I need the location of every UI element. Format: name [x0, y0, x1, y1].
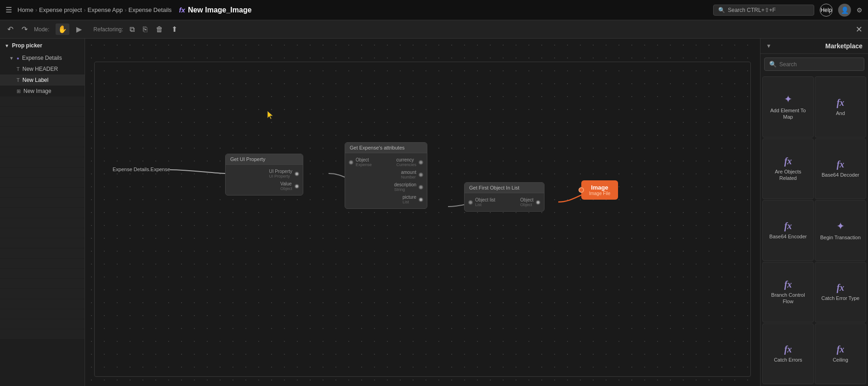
- catch-error-type-icon: fx: [837, 282, 845, 293]
- breadcrumb-details[interactable]: Expense Details: [129, 6, 172, 13]
- svg-marker-0: [267, 111, 273, 119]
- node-get-expense-body: Object Expense currency Currencies: [345, 153, 427, 208]
- image-icon: ⊞: [17, 88, 21, 94]
- help-button[interactable]: Help: [820, 4, 833, 17]
- avatar[interactable]: 👤: [838, 4, 851, 17]
- sidebar-new-image-label: New Image: [23, 88, 51, 94]
- port-row-picture: picture List: [345, 193, 427, 206]
- port-dot-object-list[interactable]: [468, 200, 473, 205]
- page-title: fx New Image_Image: [179, 6, 252, 14]
- marketplace-label-branch-control-flow: Branch Control Flow: [766, 292, 811, 305]
- port-label-description: description: [394, 182, 416, 187]
- base64-encoder-icon: fx: [784, 221, 792, 231]
- text-icon-label: T: [17, 77, 20, 83]
- marketplace-item-catch-errors[interactable]: fx Catch Errors: [762, 323, 814, 384]
- port-dot-object-out[interactable]: [536, 200, 540, 205]
- canvas-area[interactable]: Expense Details.Expense Get UI Property …: [85, 39, 760, 386]
- breadcrumb-home[interactable]: Home: [17, 6, 34, 13]
- close-panel-button[interactable]: ✕: [856, 24, 862, 35]
- begin-transaction-icon: ✦: [836, 220, 845, 232]
- marketplace-item-and[interactable]: fx And: [815, 76, 866, 138]
- chevron-down-icon[interactable]: ▼: [5, 43, 9, 48]
- catch-errors-icon: fx: [784, 344, 792, 355]
- sidebar-item-new-label[interactable]: T New Label: [0, 75, 85, 86]
- paste-button[interactable]: ⎘: [141, 23, 149, 35]
- sidebar-title: Prop picker: [12, 42, 42, 49]
- marketplace-label-and: And: [836, 110, 845, 116]
- marketplace-label-catch-errors: Catch Errors: [774, 357, 802, 363]
- ceiling-icon: fx: [837, 344, 845, 355]
- undo-button[interactable]: ↶: [6, 23, 15, 35]
- port-dot-picture[interactable]: [419, 197, 423, 202]
- right-sidebar: ▼ Marketplace 🔍 ✦ Add Element To Map fx …: [760, 39, 868, 386]
- marketplace-item-begin-transaction[interactable]: ✦ Begin Transaction: [815, 200, 866, 261]
- redo-button[interactable]: ↷: [20, 23, 29, 35]
- marketplace-label-catch-error-type: Catch Error Type: [822, 295, 860, 301]
- port-dot-amount[interactable]: [419, 173, 423, 177]
- port-sublabel-currency: Currencies: [396, 162, 416, 167]
- top-right-controls: 🔍 Search CTRL+⇧+F Help 👤 ⚙: [713, 4, 862, 17]
- top-nav: ☰ Home › Expense project › Expense App ›…: [0, 0, 868, 20]
- delete-button[interactable]: 🗑: [154, 23, 165, 35]
- marketplace-label-base64-decoder: Base64 Decoder: [822, 172, 859, 178]
- port-dot-ui-property[interactable]: [295, 172, 299, 176]
- sidebar-item-expense-details[interactable]: ▼ ● Expense Details: [0, 52, 85, 63]
- sidebar-item-new-image[interactable]: ⊞ New Image: [0, 86, 85, 97]
- marketplace-item-branch-control-flow[interactable]: fx Branch Control Flow: [762, 262, 814, 323]
- menu-icon[interactable]: ☰: [6, 6, 12, 14]
- node-get-expense-attributes[interactable]: Get Expense's attributes Object Expense: [345, 142, 427, 209]
- port-dot-value[interactable]: [295, 184, 299, 189]
- refactoring-label: Refactoring:: [93, 26, 123, 33]
- marketplace-item-base64-decoder[interactable]: fx Base64 Decoder: [815, 138, 866, 199]
- breadcrumb-project[interactable]: Expense project: [39, 6, 82, 13]
- port-dot-currency[interactable]: [419, 160, 423, 165]
- port-row-value: Value Object: [226, 180, 303, 192]
- marketplace-title: Marketplace: [825, 42, 862, 50]
- search-icon-marketplace: 🔍: [769, 61, 777, 68]
- toolbar: ↶ ↷ Mode: ✋ ▶ Refactoring: ⧉ ⎘ 🗑 ⬆ ✕: [0, 20, 868, 39]
- marketplace-grid: ✦ Add Element To Map fx And fx Are Objec…: [760, 75, 868, 386]
- main-layout: ▼ Prop picker ▼ ● Expense Details T New …: [0, 39, 868, 386]
- copy-button[interactable]: ⧉: [128, 23, 136, 35]
- port-sublabel-object-list: List: [475, 202, 495, 207]
- port-sublabel-description: String: [394, 187, 416, 192]
- port-dot-image-in[interactable]: [579, 187, 584, 193]
- port-row-description: description String: [345, 181, 427, 193]
- port-sublabel-value: Object: [280, 186, 292, 191]
- export-button[interactable]: ⬆: [170, 23, 179, 35]
- marketplace-item-base64-encoder[interactable]: fx Base64 Encoder: [762, 200, 814, 261]
- marketplace-label-add-element-to-map: Add Element To Map: [766, 107, 811, 121]
- sidebar-header: ▼ Prop picker: [0, 39, 85, 52]
- chevron-down-icon-right[interactable]: ▼: [766, 43, 772, 49]
- search-placeholder-text: Search CTRL+⇧+F: [728, 7, 776, 13]
- node-get-first-object[interactable]: Get First Object In List Object list Lis…: [464, 182, 545, 212]
- node-get-ui-property-header: Get UI Property: [226, 154, 303, 165]
- text-icon: T: [17, 66, 20, 72]
- add-element-icon: ✦: [784, 93, 792, 105]
- marketplace-item-ceiling[interactable]: fx Ceiling: [815, 323, 866, 384]
- port-row-ui-property: UI Property UI Property: [226, 167, 303, 180]
- chevron-right-icon: ▼: [9, 56, 14, 61]
- sidebar-item-new-header[interactable]: T New HEADER: [0, 63, 85, 75]
- marketplace-item-add-element-to-map[interactable]: ✦ Add Element To Map: [762, 76, 814, 138]
- port-dot-description[interactable]: [419, 185, 423, 190]
- marketplace-search-input[interactable]: [779, 61, 859, 68]
- port-row-object-list: Object list List Object Object: [465, 196, 544, 208]
- breadcrumb-app[interactable]: Expense App: [88, 6, 123, 13]
- hand-mode-button[interactable]: ✋: [56, 23, 69, 35]
- global-search[interactable]: 🔍 Search CTRL+⇧+F: [713, 5, 814, 16]
- port-row-object-in: Object Expense currency Currencies: [345, 156, 427, 168]
- marketplace-item-catch-error-type[interactable]: fx Catch Error Type: [815, 262, 866, 323]
- marketplace-item-are-objects-related[interactable]: fx Are Objects Related: [762, 138, 814, 199]
- node-image[interactable]: Image Image File: [581, 180, 618, 200]
- marketplace-search[interactable]: 🔍: [764, 58, 864, 71]
- settings-icon[interactable]: ⚙: [857, 6, 862, 14]
- right-sidebar-header: ▼ Marketplace: [760, 39, 868, 54]
- arrow-mode-button[interactable]: ▶: [74, 23, 84, 35]
- port-dot-object-in[interactable]: [349, 160, 353, 165]
- breadcrumb: Home › Expense project › Expense App › E…: [17, 6, 172, 13]
- port-label-object-list: Object list: [475, 197, 495, 202]
- sidebar-expense-details-label: Expense Details: [22, 55, 62, 61]
- port-label-currency: currency: [396, 157, 416, 162]
- node-get-ui-property[interactable]: Get UI Property UI Property UI Property: [225, 154, 303, 196]
